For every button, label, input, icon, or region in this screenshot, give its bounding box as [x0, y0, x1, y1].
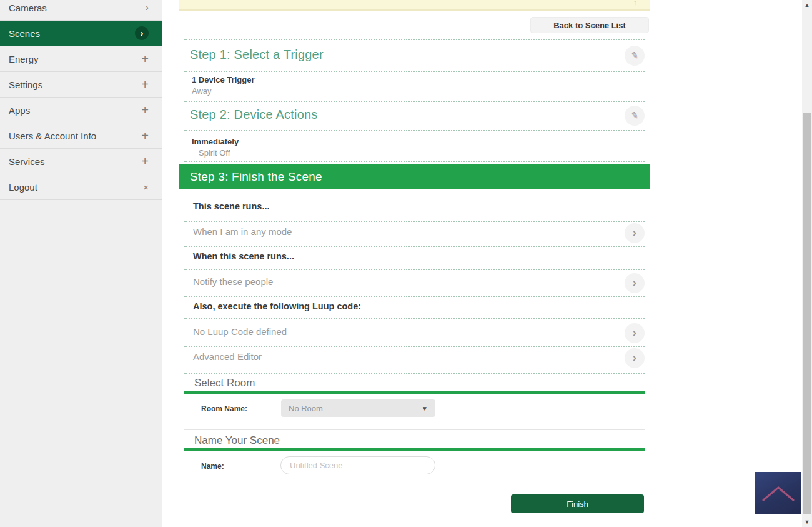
when-runs-label: When this scene runs...: [193, 251, 294, 261]
step3-banner: Step 3: Finish the Scene: [179, 164, 650, 189]
dotted-divider: [184, 161, 645, 162]
sidebar-item-apps[interactable]: Apps +: [0, 98, 162, 123]
back-to-scene-list-button[interactable]: Back to Scene List: [530, 17, 649, 33]
step1-edit-button[interactable]: ✎: [625, 46, 645, 66]
close-icon: ×: [143, 183, 149, 192]
scene-name-label: Name:: [201, 462, 224, 471]
dotted-divider: [184, 130, 645, 131]
scrollbar-down-arrow[interactable]: ▼: [802, 517, 812, 527]
chevron-right-circle-icon: ›: [135, 26, 149, 40]
step1-summary-title: 1 Device Trigger: [192, 75, 254, 84]
step1-title: Step 1: Select a Trigger: [190, 48, 324, 62]
luup-row-chevron-button[interactable]: ›: [625, 323, 645, 343]
sidebar-item-label: Cameras: [9, 3, 47, 13]
scene-name-input[interactable]: [280, 456, 435, 474]
dotted-divider: [184, 296, 645, 297]
sidebar-item-services[interactable]: Services +: [0, 149, 162, 174]
chevron-right-icon: ›: [633, 276, 636, 291]
finish-button[interactable]: Finish: [511, 494, 644, 513]
collapse-up-icon[interactable]: ↑: [633, 0, 638, 7]
sidebar-item-users-account-info[interactable]: Users & Account Info +: [0, 123, 162, 149]
mode-row-chevron-button[interactable]: ›: [625, 223, 645, 243]
dotted-divider: [184, 318, 645, 319]
scene-runs-label: This scene runs...: [193, 201, 270, 211]
step2-edit-button[interactable]: ✎: [625, 106, 645, 126]
chevron-right-icon: ›: [633, 326, 636, 341]
step2-title: Step 2: Device Actions: [190, 108, 318, 122]
scene-editor: ↑ Back to Scene List Step 1: Select a Tr…: [179, 0, 650, 527]
dotted-divider: [184, 221, 645, 222]
scrollbar[interactable]: ▲ ▼: [802, 0, 812, 527]
alert-bar: ↑: [179, 0, 650, 11]
plus-icon: +: [141, 104, 149, 116]
divider: [184, 486, 645, 486]
step2-summary-title: Immediately: [192, 137, 239, 146]
name-scene-title: Name Your Scene: [194, 434, 280, 447]
chevron-right-icon: ›: [633, 226, 636, 241]
notify-row[interactable]: Notify these people: [193, 276, 273, 287]
dotted-divider: [184, 246, 645, 247]
step2-summary-detail: Spirit Off: [199, 148, 230, 158]
green-underline: [184, 448, 645, 451]
dotted-divider: [184, 39, 645, 40]
luup-label: Also, execute the following Luup code:: [193, 301, 361, 311]
caret-down-icon: ▼: [422, 405, 428, 412]
green-underline: [184, 391, 645, 394]
sidebar-item-scenes[interactable]: Scenes ›: [0, 21, 162, 46]
sidebar-item-cameras[interactable]: Cameras ›: [0, 0, 162, 21]
step3-title: Step 3: Finish the Scene: [190, 170, 322, 184]
sidebar: Cameras › Scenes › Energy + Settings + A…: [0, 0, 162, 527]
pencil-icon: ✎: [630, 109, 640, 122]
chevron-right-icon: ›: [633, 351, 636, 366]
sidebar-item-label: Logout: [9, 182, 37, 193]
dotted-divider: [184, 101, 645, 102]
sidebar-item-label: Services: [9, 156, 45, 167]
room-select[interactable]: No Room ▼: [281, 399, 435, 417]
dotted-divider: [184, 373, 645, 374]
scrollbar-thumb[interactable]: [803, 113, 811, 514]
step1-summary-detail: Away: [192, 86, 212, 96]
sidebar-item-settings[interactable]: Settings +: [0, 72, 162, 98]
chevron-up-icon: [760, 483, 797, 504]
dotted-divider: [184, 269, 645, 270]
chevron-right-icon: ›: [146, 3, 149, 13]
sidebar-item-label: Scenes: [9, 28, 40, 39]
sidebar-item-label: Energy: [9, 54, 39, 64]
plus-icon: +: [141, 129, 149, 142]
plus-icon: +: [141, 155, 149, 168]
select-room-title: Select Room: [194, 377, 255, 389]
advanced-editor-row[interactable]: Advanced Editor: [193, 351, 262, 362]
mode-row[interactable]: When I am in any mode: [193, 226, 292, 237]
sidebar-nav: Cameras › Scenes › Energy + Settings + A…: [0, 0, 162, 200]
sidebar-item-label: Apps: [9, 105, 30, 116]
room-select-value: No Room: [289, 404, 323, 413]
notify-row-chevron-button[interactable]: ›: [625, 273, 645, 293]
advanced-editor-chevron-button[interactable]: ›: [625, 348, 645, 368]
divider: [184, 429, 645, 430]
plus-icon: +: [141, 78, 149, 91]
room-name-label: Room Name:: [201, 404, 247, 413]
scroll-to-top-button[interactable]: [755, 472, 801, 514]
pencil-icon: ✎: [630, 49, 640, 62]
sidebar-item-label: Settings: [9, 79, 42, 90]
luup-row[interactable]: No Luup Code defined: [193, 326, 287, 337]
sidebar-item-logout[interactable]: Logout ×: [0, 174, 162, 200]
sidebar-item-energy[interactable]: Energy +: [0, 46, 162, 72]
sidebar-item-label: Users & Account Info: [9, 131, 96, 141]
plus-icon: +: [141, 53, 149, 65]
dotted-divider: [184, 346, 645, 347]
dotted-divider: [184, 71, 645, 72]
scrollbar-up-arrow[interactable]: ▲: [802, 0, 812, 10]
